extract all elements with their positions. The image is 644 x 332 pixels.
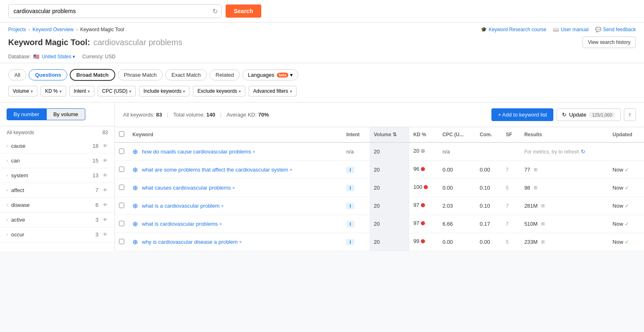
- add-keyword-row-button[interactable]: ⊕: [132, 202, 138, 210]
- cpc-cell: n/a: [438, 142, 476, 161]
- intent-badge: I: [346, 185, 354, 191]
- advanced-filters-button[interactable]: Advanced filters ▾: [249, 86, 296, 96]
- sidebar-item-label: cause: [11, 143, 25, 149]
- keyword-research-course-link[interactable]: 🎓 Keyword Research course: [481, 27, 546, 32]
- user-manual-link[interactable]: 📖 User manual: [553, 27, 589, 32]
- add-keyword-row-button[interactable]: ⊕: [132, 220, 138, 228]
- total-volume-value: 140: [206, 112, 215, 118]
- keyword-link[interactable]: what is a cardiovascular problem: [142, 203, 219, 209]
- exclude-keywords-filter[interactable]: Exclude keywords ▾: [193, 86, 245, 96]
- keyword-cell: ⊕ what are some problems that affect the…: [128, 161, 342, 179]
- refresh-icon[interactable]: ↻: [581, 149, 585, 155]
- sidebar-item[interactable]: › cause 18 👁: [0, 139, 114, 153]
- send-feedback-link[interactable]: 💬 Send feedback: [595, 27, 636, 32]
- serp-icon[interactable]: ⊞: [541, 221, 545, 227]
- sidebar-item-count: 6: [96, 202, 98, 208]
- row-checkbox[interactable]: [119, 149, 124, 154]
- serp-icon[interactable]: ⊞: [534, 167, 537, 172]
- sf-value: 7: [506, 203, 509, 209]
- row-checkbox[interactable]: [119, 167, 124, 172]
- add-keyword-row-button[interactable]: ⊕: [132, 184, 138, 192]
- add-keyword-row-button[interactable]: ⊕: [132, 148, 138, 156]
- breadcrumb-projects[interactable]: Projects: [8, 27, 26, 32]
- row-checkbox[interactable]: [119, 203, 124, 208]
- tab-questions[interactable]: Questions: [29, 69, 67, 80]
- select-all-checkbox-col: [115, 127, 128, 142]
- add-to-keyword-list-button[interactable]: + Add to keyword list: [491, 108, 554, 121]
- add-keyword-row-button[interactable]: ⊕: [132, 238, 138, 246]
- cpc-filter[interactable]: CPC (USD) ▾: [98, 86, 136, 96]
- add-keyword-row-button[interactable]: ⊕: [132, 166, 138, 174]
- export-button[interactable]: ↑: [624, 108, 636, 121]
- sidebar-item-label: system: [11, 172, 28, 179]
- search-clear-button[interactable]: ↻: [212, 7, 218, 15]
- sidebar-item[interactable]: › disease 6 👁: [0, 198, 114, 213]
- serp-icon[interactable]: ⊞: [534, 185, 537, 190]
- eye-icon[interactable]: 👁: [103, 217, 108, 223]
- row-checkbox[interactable]: [119, 239, 124, 244]
- results-cell: 233M⊞: [520, 233, 608, 251]
- sidebar-item[interactable]: › can 15 👁: [0, 153, 114, 168]
- intent-filter[interactable]: Intent ▾: [69, 86, 94, 96]
- tab-all[interactable]: All: [8, 69, 26, 80]
- sidebar-item[interactable]: › active 3 👁: [0, 213, 114, 227]
- serp-icon[interactable]: ⊞: [541, 203, 545, 208]
- by-number-tab[interactable]: By number: [7, 108, 46, 120]
- sidebar-item[interactable]: › occur 3 👁: [0, 227, 114, 242]
- view-search-history-button[interactable]: View search history: [582, 37, 636, 48]
- tab-exact-match[interactable]: Exact Match: [165, 69, 207, 80]
- select-all-checkbox[interactable]: [119, 131, 124, 137]
- kd-col-header: KD %: [409, 127, 438, 142]
- update-button[interactable]: ↻ Update 125/1,000: [557, 108, 621, 121]
- keywords-table: Keyword Intent Volume ⇅ KD % CPC (U... C…: [115, 127, 644, 251]
- sidebar-item[interactable]: › system 13 👁: [0, 168, 114, 183]
- sf-col-header: SF: [502, 127, 520, 142]
- results-wrapper: 510M⊞: [524, 221, 604, 227]
- tab-phrase-match[interactable]: Phrase Match: [118, 69, 163, 80]
- sf-value: 7: [506, 167, 509, 173]
- keyword-arrows-icon: »: [290, 167, 292, 172]
- serp-icon[interactable]: ⊞: [541, 239, 545, 245]
- check-icon: ✓: [625, 239, 629, 245]
- keyword-link[interactable]: what causes cardiovascular problems: [142, 185, 231, 191]
- search-input[interactable]: [9, 5, 221, 18]
- row-checkbox[interactable]: [119, 221, 124, 226]
- row-checkbox[interactable]: [119, 185, 124, 190]
- include-keywords-filter[interactable]: Include keywords ▾: [139, 86, 190, 96]
- results-value: 233M: [524, 239, 538, 245]
- search-button[interactable]: Search: [226, 5, 261, 18]
- kd-filter[interactable]: KD % ▾: [41, 86, 66, 96]
- tab-broad-match[interactable]: Broad Match: [70, 69, 115, 81]
- eye-icon[interactable]: 👁: [103, 202, 108, 208]
- volume-col-header[interactable]: Volume ⇅: [370, 127, 409, 142]
- database-country-link[interactable]: United States ▾: [42, 54, 75, 60]
- breadcrumb-keyword-overview[interactable]: Keyword Overview: [32, 27, 73, 32]
- metrics-refresh-text: For metrics, try to refresh: [524, 149, 579, 155]
- keyword-link[interactable]: what are some problems that affect the c…: [142, 167, 288, 173]
- keyword-link[interactable]: how do nsaids cause cardiovascular probl…: [142, 149, 251, 155]
- header-top: Projects › Keyword Overview › Keyword Ma…: [8, 27, 636, 35]
- keyword-link[interactable]: why is cardiovascular disease a problem: [142, 239, 238, 245]
- eye-icon[interactable]: 👁: [103, 231, 108, 238]
- sidebar-item-left: › active: [7, 217, 25, 223]
- sidebar-chevron-icon: ›: [7, 218, 8, 222]
- volume-filter[interactable]: Volume ▾: [8, 86, 37, 96]
- eye-icon[interactable]: 👁: [103, 143, 108, 149]
- by-volume-tab[interactable]: By volume: [46, 108, 85, 120]
- keyword-arrows-icon: »: [219, 222, 222, 226]
- cpc-na: n/a: [443, 149, 450, 155]
- table-header: All keywords: 83 | Total volume: 140 | A…: [115, 103, 644, 127]
- results-cell: 281M⊞: [520, 197, 608, 215]
- sidebar-item-right: 18 👁: [93, 143, 108, 149]
- keyword-link[interactable]: what is cardiovascular problems: [142, 221, 218, 227]
- eye-icon[interactable]: 👁: [103, 187, 108, 193]
- volume-cell: 20: [370, 215, 409, 233]
- tab-related[interactable]: Related: [210, 69, 240, 80]
- languages-button[interactable]: Languages beta ▾: [242, 69, 298, 80]
- keyword-with-add: ⊕ what are some problems that affect the…: [132, 166, 338, 174]
- eye-icon[interactable]: 👁: [103, 172, 108, 179]
- sidebar-item[interactable]: › affect 7 👁: [0, 183, 114, 198]
- eye-icon[interactable]: 👁: [103, 158, 108, 164]
- sidebar-item-left: › affect: [7, 187, 24, 193]
- keyword-with-add: ⊕ what is cardiovascular problems »: [132, 220, 338, 228]
